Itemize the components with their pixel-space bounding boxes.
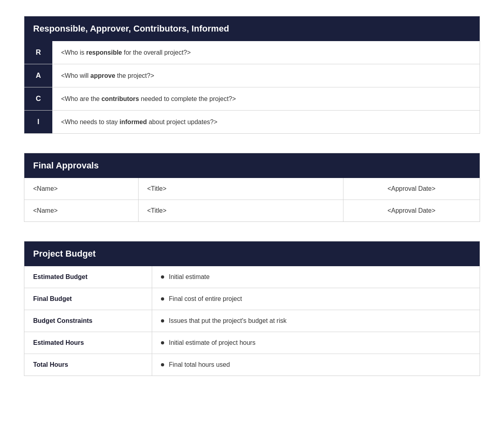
raci-content-c: <Who are the contributors needed to comp… (52, 87, 480, 111)
budget-row-final-budget: Final Budget Final cost of entire projec… (24, 288, 480, 310)
budget-label-total-hours: Total Hours (24, 354, 152, 376)
approval-name-2: <Name> (24, 200, 138, 222)
raci-content-r: <Who is responsible for the overall proj… (52, 41, 480, 64)
budget-text-constraints: Issues that put the project's budget at … (169, 317, 287, 324)
raci-row-a: A <Who will approve the project?> (24, 64, 480, 87)
raci-row-c: C <Who are the contributors needed to co… (24, 87, 480, 111)
budget-label-constraints: Budget Constraints (24, 310, 152, 332)
raci-letter-i: I (24, 111, 52, 134)
approvals-header: Final Approvals (24, 153, 480, 178)
budget-text-final-budget: Final cost of entire project (169, 295, 242, 303)
budget-row-estimated-budget: Estimated Budget Initial estimate (24, 266, 480, 288)
budget-row-total-hours: Total Hours Final total hours used (24, 354, 480, 376)
bullet-dot (161, 363, 164, 366)
budget-text-estimated-hours: Initial estimate of project hours (169, 339, 256, 346)
budget-text-estimated-budget: Initial estimate (169, 273, 210, 281)
budget-row-estimated-hours: Estimated Hours Initial estimate of proj… (24, 332, 480, 354)
approval-row-2: <Name> <Title> <Approval Date> (24, 200, 480, 222)
raci-section: Responsible, Approver, Contributors, Inf… (24, 16, 480, 134)
raci-letter-a: A (24, 64, 52, 87)
budget-header: Project Budget (24, 241, 480, 266)
budget-label-estimated-hours: Estimated Hours (24, 332, 152, 354)
raci-content-i: <Who needs to stay informed about projec… (52, 111, 480, 134)
budget-section: Project Budget Estimated Budget Initial … (24, 241, 480, 376)
raci-header: Responsible, Approver, Contributors, Inf… (24, 16, 480, 41)
raci-row-r: R <Who is responsible for the overall pr… (24, 41, 480, 64)
approvals-table: <Name> <Title> <Approval Date> <Name> <T… (24, 178, 480, 222)
budget-content-estimated-budget: Initial estimate (152, 266, 480, 288)
approval-date-2: <Approval Date> (343, 200, 480, 222)
budget-content-constraints: Issues that put the project's budget at … (152, 310, 480, 332)
bullet-dot (161, 297, 164, 301)
raci-letter-r: R (24, 41, 52, 64)
approvals-section: Final Approvals <Name> <Title> <Approval… (24, 153, 480, 222)
budget-label-final-budget: Final Budget (24, 288, 152, 310)
raci-row-i: I <Who needs to stay informed about proj… (24, 111, 480, 134)
bullet-dot (161, 275, 164, 279)
raci-content-a: <Who will approve the project?> (52, 64, 480, 87)
budget-content-estimated-hours: Initial estimate of project hours (152, 332, 480, 354)
approval-name-1: <Name> (24, 178, 138, 200)
budget-content-total-hours: Final total hours used (152, 354, 480, 376)
raci-table: R <Who is responsible for the overall pr… (24, 41, 480, 133)
approval-title-1: <Title> (138, 178, 343, 200)
budget-table: Estimated Budget Initial estimate Final … (24, 266, 480, 376)
bullet-dot (161, 341, 164, 344)
budget-row-constraints: Budget Constraints Issues that put the p… (24, 310, 480, 332)
approval-row-1: <Name> <Title> <Approval Date> (24, 178, 480, 200)
approval-title-2: <Title> (138, 200, 343, 222)
budget-label-estimated-budget: Estimated Budget (24, 266, 152, 288)
budget-text-total-hours: Final total hours used (169, 361, 230, 368)
raci-title: Responsible, Approver, Contributors, Inf… (33, 24, 229, 34)
budget-content-final-budget: Final cost of entire project (152, 288, 480, 310)
approvals-title: Final Approvals (33, 160, 99, 170)
budget-title: Project Budget (33, 249, 95, 259)
approval-date-1: <Approval Date> (343, 178, 480, 200)
raci-letter-c: C (24, 87, 52, 111)
bullet-dot (161, 319, 164, 322)
